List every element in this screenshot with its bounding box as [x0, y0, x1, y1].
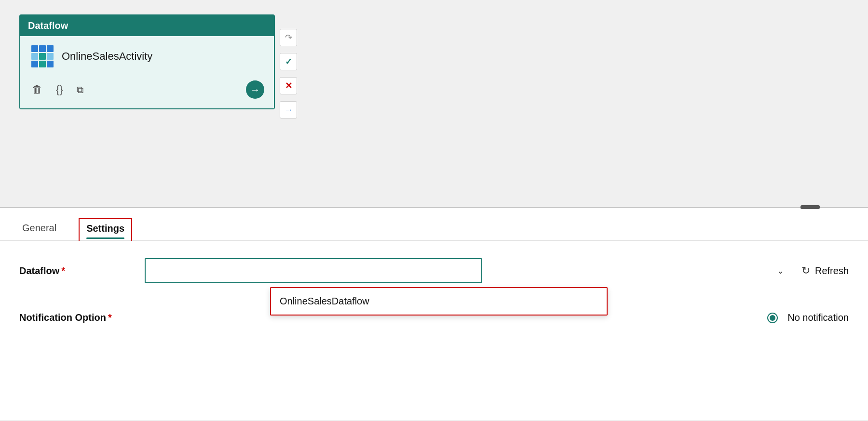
chevron-down-icon: ⌄: [777, 265, 784, 276]
copy-icon[interactable]: ⧉: [77, 84, 83, 95]
dropdown-option-online-sales-dataflow[interactable]: OnlineSalesDataflow: [271, 288, 607, 315]
no-notification-radio-option[interactable]: No notification: [767, 312, 849, 323]
settings-panel: General Settings Dataflow* ⌄ OnlineSales…: [0, 208, 868, 420]
canvas-area: Dataflow: [0, 0, 868, 207]
dataflow-grid-icon: [30, 44, 55, 69]
activity-row: OnlineSalesActivity: [30, 44, 264, 69]
tabs-row: General Settings: [0, 208, 868, 241]
arrow-icon-button[interactable]: →: [280, 101, 297, 118]
tab-settings[interactable]: Settings: [79, 218, 132, 241]
activity-name-label: OnlineSalesActivity: [62, 50, 152, 63]
panel-divider: [0, 207, 868, 208]
divider-handle[interactable]: [800, 205, 820, 209]
tab-general[interactable]: General: [19, 218, 59, 240]
card-body: OnlineSalesActivity 🗑 {} ⧉ →: [20, 36, 274, 108]
card-header: Dataflow: [20, 15, 274, 36]
close-icon-button[interactable]: ✕: [280, 77, 297, 94]
braces-icon[interactable]: {}: [56, 83, 63, 96]
no-notification-label: No notification: [787, 312, 849, 323]
dataflow-control-wrapper: ⌄ OnlineSalesDataflow: [145, 258, 792, 283]
side-icons-panel: ↷ ✓ ✕ →: [280, 29, 297, 118]
dataflow-dropdown-input[interactable]: [145, 258, 482, 283]
dataflow-card: Dataflow: [19, 14, 275, 109]
redo-icon-button[interactable]: ↷: [280, 29, 297, 46]
card-actions: 🗑 {} ⧉ →: [30, 80, 264, 99]
no-notification-radio-circle[interactable]: [767, 313, 778, 323]
notification-label: Notification Option*: [19, 312, 145, 323]
next-arrow-button[interactable]: →: [246, 80, 264, 99]
dataflow-required-star: *: [61, 265, 65, 276]
delete-icon[interactable]: 🗑: [32, 83, 42, 96]
refresh-icon: ↻: [801, 264, 810, 277]
check-icon-button[interactable]: ✓: [280, 53, 297, 70]
dataflow-dropdown-popup: OnlineSalesDataflow: [270, 287, 608, 316]
notification-required-star: *: [108, 312, 112, 323]
form-area: Dataflow* ⌄ OnlineSalesDataflow ↻ Refres…: [0, 241, 868, 352]
dataflow-form-row: Dataflow* ⌄ OnlineSalesDataflow ↻ Refres…: [19, 258, 849, 283]
refresh-button[interactable]: ↻ Refresh: [801, 264, 849, 277]
dataflow-label: Dataflow*: [19, 265, 145, 276]
